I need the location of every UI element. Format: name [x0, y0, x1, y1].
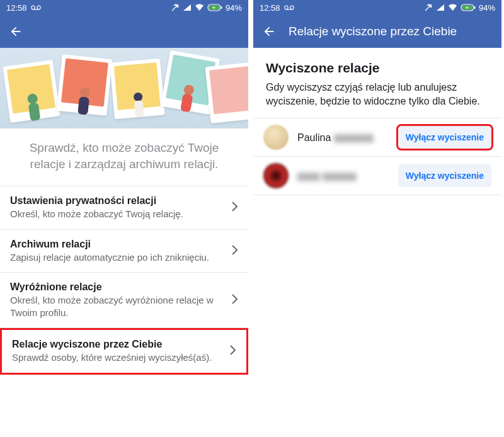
status-bar: 12:58 94%: [0, 0, 248, 15]
muted-user-row: Paulina ▮▮▮▮▮▮▮ Wyłącz wyciszenie: [253, 118, 501, 157]
svg-rect-0: [32, 6, 35, 9]
chevron-right-icon: [231, 293, 238, 307]
voicemail-icon: [31, 4, 41, 11]
setting-row-archive[interactable]: Archiwum relacji Zapisuj relacje automat…: [0, 230, 248, 273]
setting-desc: Zapisuj relacje automatycznie po ich zni…: [10, 251, 225, 264]
section-title: Wyciszone relacje: [266, 60, 489, 76]
vibrate-icon: [424, 3, 433, 12]
app-bar-title: Relacje wyciszone przez Ciebie: [289, 25, 457, 38]
chevron-right-icon: [231, 201, 238, 215]
svg-rect-21: [474, 6, 475, 9]
app-bar: Relacje wyciszone przez Ciebie: [253, 15, 501, 48]
avatar[interactable]: [263, 163, 289, 188]
app-bar: [0, 15, 248, 48]
signal-icon: [183, 4, 192, 11]
section-header: Wyciszone relacje Gdy wyciszysz czyjąś r…: [253, 48, 501, 118]
wifi-icon: [448, 4, 457, 11]
battery-percent: 94%: [479, 3, 495, 13]
phone-right-muted-stories: 12:58 94% Relacje wyciszone przez Ci: [253, 0, 501, 437]
setting-row-privacy[interactable]: Ustawienia prywatności relacji Określ, k…: [0, 186, 248, 230]
back-icon[interactable]: [262, 25, 276, 38]
setting-desc: Sprawdź osoby, które wcześniej wyciszyłe…: [12, 351, 223, 364]
status-time: 12:58: [6, 3, 27, 13]
svg-rect-14: [180, 93, 193, 112]
setting-title: Archiwum relacji: [10, 239, 225, 250]
setting-title: Ustawienia prywatności relacji: [10, 195, 225, 207]
muted-user-row: ▮▮▮▮ ▮▮▮▮▮▮ Wyłącz wyciszenie: [253, 157, 501, 195]
user-name: Paulina ▮▮▮▮▮▮▮: [297, 132, 389, 144]
battery-percent: 94%: [226, 3, 242, 13]
svg-rect-6: [220, 6, 222, 9]
svg-point-9: [79, 87, 91, 98]
user-name: ▮▮▮▮ ▮▮▮▮▮▮: [297, 170, 389, 182]
chevron-right-icon: [229, 344, 236, 358]
battery-icon: [207, 4, 222, 11]
svg-rect-15: [285, 6, 288, 9]
unmute-button[interactable]: Wyłącz wyciszenie: [398, 164, 491, 187]
svg-point-11: [134, 92, 143, 101]
svg-point-7: [27, 93, 38, 105]
voicemail-icon: [284, 4, 294, 11]
svg-rect-1: [37, 6, 40, 9]
intro-text: Sprawdź, kto może zobaczyć Twoje relacje…: [0, 128, 248, 186]
avatar[interactable]: [263, 125, 289, 150]
unmute-button[interactable]: Wyłącz wyciszenie: [398, 126, 491, 149]
hero-illustration: [0, 48, 248, 128]
setting-row-muted[interactable]: Relacje wyciszone przez Ciebie Sprawdź o…: [0, 328, 248, 375]
setting-desc: Określ, kto może zobaczyć wyróżnione rel…: [10, 294, 225, 319]
setting-desc: Określ, kto może zobaczyć Twoją relację.: [10, 208, 225, 220]
chevron-right-icon: [231, 244, 238, 258]
signal-icon: [436, 4, 445, 11]
wifi-icon: [195, 4, 204, 11]
vibrate-icon: [171, 3, 180, 12]
svg-rect-12: [134, 100, 144, 117]
svg-rect-16: [290, 6, 294, 9]
setting-title: Wyróżnione relacje: [10, 281, 225, 293]
status-time: 12:58: [260, 3, 280, 13]
setting-row-highlighted[interactable]: Wyróżnione relacje Określ, kto może zoba…: [0, 273, 248, 328]
setting-title: Relacje wyciszone przez Ciebie: [12, 339, 223, 350]
back-icon[interactable]: [9, 25, 23, 38]
status-bar: 12:58 94%: [253, 0, 501, 15]
phone-left-stories-settings: 12:58 94%: [0, 0, 248, 437]
svg-point-13: [183, 84, 195, 96]
section-desc: Gdy wyciszysz czyjąś relację lub anuluje…: [266, 81, 489, 108]
svg-rect-8: [28, 103, 41, 122]
battery-icon: [461, 4, 476, 11]
svg-rect-10: [77, 96, 89, 115]
